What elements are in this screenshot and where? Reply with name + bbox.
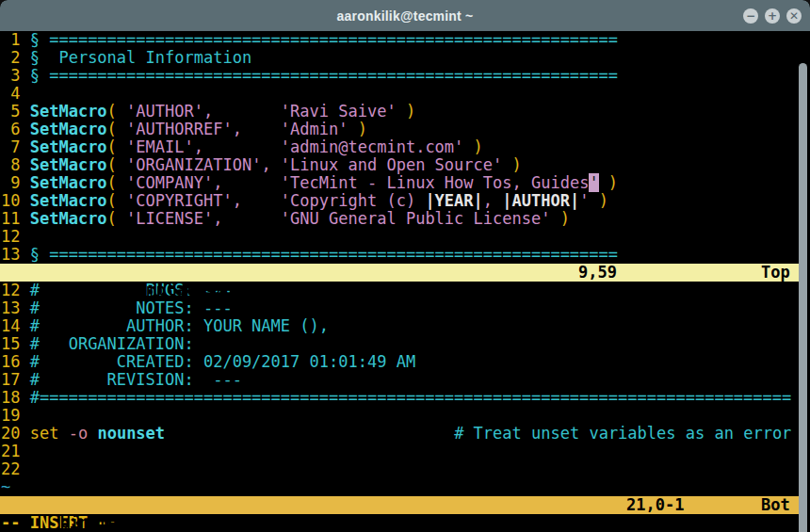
vim-window-top[interactable]: 1 § ====================================… <box>0 31 810 264</box>
editor-line[interactable]: ~ <box>0 478 810 496</box>
code-segment: ) <box>463 137 482 156</box>
editor-line[interactable]: 15 # ORGANIZATION: <box>0 335 810 353</box>
vim-editor[interactable]: 1 § ====================================… <box>0 31 810 532</box>
line-number: 5 <box>1 102 30 121</box>
code-segment: , <box>483 191 502 210</box>
code-segment: ) <box>599 173 618 192</box>
code-segment: ( <box>107 155 117 174</box>
editor-line[interactable]: 20 set -o nounset # Treat unset variable… <box>0 425 810 443</box>
minimize-button[interactable]: − <box>743 8 758 24</box>
editor-line[interactable]: 9 SetMacro( 'COMPANY', 'TecMint - Linux … <box>0 174 810 192</box>
code-segment: nounset <box>97 424 165 443</box>
code-segment: 'AUTHORREF', 'Admin' <box>117 120 348 138</box>
code-segment: 'ORGANIZATION', 'Linux and Open Source' <box>117 155 502 174</box>
line-number: 21 <box>1 442 30 460</box>
line-number: 22 <box>1 459 30 478</box>
editor-line[interactable]: 21 <box>0 443 810 460</box>
editor-line[interactable]: 18 #====================================… <box>0 389 810 407</box>
statusline-top-ruler: 9,59 <box>578 264 617 282</box>
editor-line[interactable]: 8 SetMacro( 'ORGANIZATION', 'Linux and O… <box>0 156 810 174</box>
line-number: 18 <box>1 388 30 407</box>
scrollbar[interactable] <box>799 63 807 532</box>
editor-line[interactable]: 6 SetMacro( 'AUTHORREF', 'Admin' ) <box>0 121 810 138</box>
editor-line[interactable]: 5 SetMacro( 'AUTHOR', 'Ravi Saive' ) <box>0 103 810 121</box>
line-number: 11 <box>1 209 30 228</box>
close-button[interactable]: ✕ <box>786 8 802 24</box>
editor-line[interactable]: 13 # NOTES: --- <box>0 299 810 317</box>
editor-line[interactable]: 22 <box>0 460 810 478</box>
editor-line[interactable]: 2 § Personal Information <box>0 49 810 67</box>
code-segment: ) <box>502 155 521 174</box>
code-segment: 'COMPANY', 'TecMint - Linux How Tos, Gui… <box>117 173 590 192</box>
code-segment: § ======================================… <box>30 30 618 49</box>
editor-line[interactable]: 16 # CREATED: 02/09/2017 01:01:49 AM <box>0 353 810 371</box>
code-segment: ( <box>107 120 117 138</box>
line-number: 19 <box>1 406 30 425</box>
line-number: 2 <box>1 48 30 67</box>
code-segment: ( <box>107 102 117 121</box>
minimize-icon: − <box>746 10 755 22</box>
code-segment: # REVISION: --- <box>30 370 242 389</box>
code-segment: # NOTES: --- <box>30 298 233 317</box>
code-segment: -o <box>69 424 88 443</box>
line-number: 6 <box>1 120 30 138</box>
window-title: aaronkilik@tecmint ~ <box>337 8 474 24</box>
code-segment: |YEAR| <box>425 191 482 210</box>
statusline-bottom-position: Bot <box>761 496 790 514</box>
statusline-top: ~/.vim/templates/personal.templates [+] … <box>0 264 801 282</box>
code-segment: ) <box>550 209 569 228</box>
code-segment: 'LICENSE', 'GNU General Public License' <box>117 209 551 228</box>
titlebar[interactable]: aaronkilik@tecmint ~ − + ✕ <box>0 0 810 31</box>
editor-line[interactable]: 7 SetMacro( 'EMAIL', 'admin@tecmint.com'… <box>0 138 810 156</box>
editor-line[interactable]: 11 SetMacro( 'LICENSE', 'GNU General Pub… <box>0 210 810 228</box>
editor-line[interactable]: 10 SetMacro( 'COPYRIGHT', 'Copyright (c)… <box>0 192 810 210</box>
code-segment: SetMacro <box>30 137 107 156</box>
editor-line[interactable]: 13 § ===================================… <box>0 246 810 264</box>
code-segment: SetMacro <box>30 120 107 138</box>
maximize-icon: + <box>768 10 777 22</box>
editor-line[interactable]: 19 <box>0 407 810 425</box>
window-controls: − + ✕ <box>743 0 802 31</box>
code-segment: ( <box>107 173 117 192</box>
code-segment: § Personal Information <box>30 48 251 67</box>
vim-window-bottom[interactable]: 12 # BUGS: ---13 # NOTES: ---14 # AUTHOR… <box>0 282 810 496</box>
code-segment: ( <box>107 209 117 228</box>
statusline-top-filename: ~/.vim/templates/personal.templates [+] <box>59 281 435 299</box>
editor-line[interactable]: 17 # REVISION: --- <box>0 371 810 389</box>
terminal-window: aaronkilik@tecmint ~ − + ✕ 1 § =========… <box>0 0 810 532</box>
line-number: 1 <box>1 30 30 49</box>
code-segment: # Treat unset variables as an error <box>454 424 791 443</box>
statusline-bottom-filename: bin/test.sh <box>59 513 166 532</box>
close-icon: ✕ <box>789 10 799 22</box>
statusline-bottom: bin/test.sh 21,0-1 Bot <box>0 496 801 514</box>
code-segment: SetMacro <box>30 102 107 121</box>
code-segment <box>88 424 97 443</box>
block-cursor: ' <box>589 173 598 192</box>
code-segment: set <box>30 424 59 443</box>
code-segment: SetMacro <box>30 155 107 174</box>
line-number: 7 <box>1 137 30 156</box>
line-number: 4 <box>1 84 30 103</box>
code-segment: SetMacro <box>30 173 107 192</box>
code-segment <box>58 424 68 443</box>
code-segment <box>165 424 454 443</box>
editor-line[interactable]: 1 § ====================================… <box>0 31 810 49</box>
code-segment: SetMacro <box>30 191 107 210</box>
line-number: 3 <box>1 66 30 85</box>
code-segment: ) <box>348 120 367 138</box>
statusline-bottom-ruler: 21,0-1 <box>626 496 684 514</box>
code-segment: #=======================================… <box>30 388 792 407</box>
maximize-button[interactable]: + <box>765 8 780 24</box>
line-number: 9 <box>1 173 30 192</box>
editor-line[interactable]: 12 <box>0 228 810 246</box>
editor-line[interactable]: 14 # AUTHOR: YOUR NAME (), <box>0 317 810 335</box>
code-segment: ' <box>579 191 589 210</box>
editor-line[interactable]: 3 § ====================================… <box>0 67 810 85</box>
code-segment: SetMacro <box>30 209 107 228</box>
code-segment: ( <box>107 191 117 210</box>
code-segment: ( <box>107 137 117 156</box>
editor-line[interactable]: 4 <box>0 85 810 103</box>
code-segment: § ======================================… <box>30 66 618 85</box>
code-segment: # AUTHOR: YOUR NAME (), <box>30 316 329 335</box>
code-segment: 'AUTHOR', 'Ravi Saive' <box>117 102 397 121</box>
